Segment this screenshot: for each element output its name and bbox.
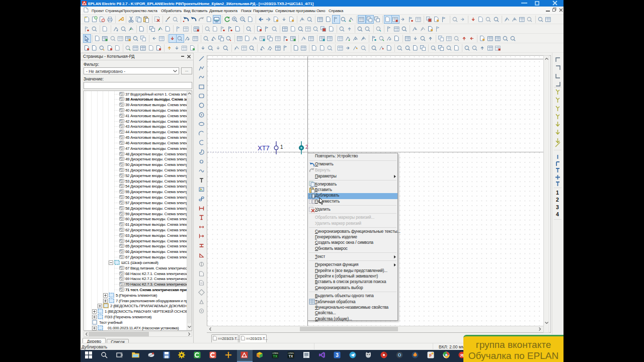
svg-text:Я: Я bbox=[460, 353, 463, 358]
svg-text:TX: TX bbox=[273, 354, 277, 358]
svg-text:3: 3 bbox=[336, 352, 339, 358]
svg-text:TX: TX bbox=[288, 354, 293, 358]
